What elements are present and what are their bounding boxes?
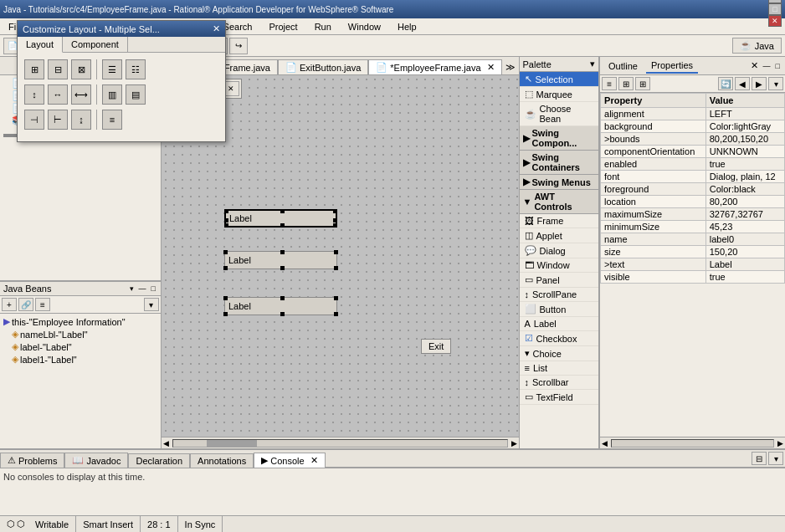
handle-ml[interactable] [224, 218, 228, 223]
property-row[interactable]: >bounds80,200,150,20 [601, 133, 785, 146]
dlg-icon-4[interactable]: ☰ [102, 59, 122, 79]
handle2-tr[interactable] [334, 250, 338, 254]
dialog-tab-layout[interactable]: Layout [18, 37, 63, 53]
palette-item-textfield[interactable]: ▭ TextField [520, 390, 599, 405]
bottom-tab-problems[interactable]: ⚠ Problems [0, 453, 64, 468]
palette-item-scrollbar[interactable]: ↕ Scrollbar [520, 376, 599, 390]
menu-project[interactable]: Project [264, 20, 302, 33]
properties-tab[interactable]: Properties [646, 59, 698, 74]
property-row[interactable]: enabledtrue [601, 158, 785, 171]
h-scrollbar[interactable]: ◀ ▶ [162, 437, 519, 448]
palette-item-panel[interactable]: ▭ Panel [520, 273, 599, 288]
dlg-icon-2[interactable]: ⊟ [48, 59, 68, 79]
tab-close-icon[interactable]: ✕ [310, 455, 318, 466]
handle3-br[interactable] [334, 312, 338, 316]
bottom-tab-console[interactable]: ▶ Console ✕ [254, 453, 325, 468]
palette-section-awt[interactable]: ▼ AWT Controls [520, 190, 599, 214]
beans-link-btn[interactable]: 🔗 [18, 298, 33, 311]
handle-bm[interactable] [280, 223, 285, 228]
bean-item-label1[interactable]: ◈ label1-"Label" [2, 353, 159, 366]
beans-menu-btn[interactable]: ▾ [144, 298, 159, 311]
dlg-icon-7[interactable]: ↔ [48, 84, 68, 105]
right-panel-max-icon[interactable]: □ [774, 62, 782, 70]
prop-filter-btn[interactable]: ≡ [602, 77, 617, 90]
prop-next-btn[interactable]: ▶ [752, 77, 767, 90]
property-row[interactable]: visibletrue [601, 271, 785, 284]
right-scroll-left-icon[interactable]: ◀ [600, 439, 609, 448]
property-row[interactable]: fontDialog, plain, 12 [601, 171, 785, 183]
tb-redo-button[interactable]: ↪ [229, 38, 248, 54]
property-row[interactable]: size150,20 [601, 246, 785, 258]
property-row[interactable]: >textLabel [601, 258, 785, 271]
dialog-title-bar[interactable]: Customize Layout - Multiple Sel... ✕ [18, 21, 225, 37]
bottom-tab-declaration[interactable]: Declaration [128, 453, 190, 468]
right-scroll-track[interactable] [611, 439, 774, 448]
prop-expand-btn[interactable]: ⊞ [635, 77, 650, 90]
editor-tab-exitbutton[interactable]: 📄 ExitButton.java [278, 59, 368, 74]
prop-menu-btn[interactable]: ▾ [768, 77, 783, 90]
right-panel-min-icon[interactable]: — [762, 62, 772, 70]
handle2-bl[interactable] [223, 266, 228, 270]
scroll-left-icon[interactable]: ◀ [162, 439, 171, 448]
dlg-icon-3[interactable]: ⊠ [71, 59, 91, 79]
label-widget-1[interactable]: Label [224, 209, 337, 228]
dlg-icon-9[interactable]: ▥ [102, 84, 122, 105]
palette-item-choose-bean[interactable]: ☕ Choose Bean [520, 102, 599, 126]
console-menu-btn[interactable]: ▾ [768, 452, 783, 465]
dlg-icon-14[interactable]: ≡ [102, 110, 122, 130]
label-widget-2[interactable]: Label [224, 251, 337, 269]
handle3-tr[interactable] [334, 296, 338, 300]
dlg-icon-10[interactable]: ▤ [126, 84, 146, 105]
editor-tab-employeeframe2[interactable]: 📄 *EmployeeFrame.java ✕ [368, 59, 501, 74]
handle3-tl[interactable] [223, 296, 228, 300]
property-row[interactable]: foregroundColor:black [601, 183, 785, 196]
prop-sync-btn[interactable]: 🔄 [718, 77, 733, 90]
beans-filter-btn[interactable]: ≡ [35, 298, 50, 311]
property-row[interactable]: componentOrientationUNKNOWN [601, 146, 785, 158]
handle3-bm[interactable] [280, 312, 285, 316]
right-tab-close-icon[interactable]: ✕ [751, 60, 758, 71]
palette-item-button[interactable]: ⬜ Button [520, 302, 599, 317]
property-row[interactable]: minimumSize45,23 [601, 221, 785, 233]
prop-columns-btn[interactable]: ⊞ [618, 77, 634, 90]
handle-tl[interactable] [224, 209, 228, 213]
palette-item-applet[interactable]: ◫ Applet [520, 228, 599, 243]
handle-mr[interactable] [333, 218, 337, 223]
handle-bl[interactable] [224, 223, 228, 228]
property-row[interactable]: maximumSize32767,32767 [601, 208, 785, 221]
outline-tab[interactable]: Outline [603, 59, 643, 73]
maximize-button[interactable]: □ [768, 3, 782, 15]
handle3-bl[interactable] [223, 312, 228, 316]
handle2-tl[interactable] [223, 250, 228, 254]
menu-help[interactable]: Help [392, 20, 422, 33]
bottom-tab-javadoc[interactable]: 📖 Javadoc [64, 453, 128, 468]
palette-item-selection[interactable]: ↖ Selection [520, 72, 599, 87]
exit-button[interactable]: Exit [421, 339, 451, 354]
handle3-tm[interactable] [280, 296, 285, 300]
palette-menu-icon[interactable]: ▾ [590, 59, 595, 69]
palette-item-checkbox[interactable]: ☑ Checkbox [520, 331, 599, 346]
dlg-icon-13[interactable]: ↨ [71, 110, 91, 130]
palette-item-scrollpane[interactable]: ↕ ScrollPane [520, 288, 599, 302]
menu-window[interactable]: Window [343, 20, 386, 33]
tb-java-button[interactable]: ☕ Java [732, 38, 782, 54]
scroll-right-icon[interactable]: ▶ [510, 439, 519, 448]
prop-prev-btn[interactable]: ◀ [735, 77, 750, 90]
handle-tm[interactable] [280, 209, 285, 213]
right-scrollbar[interactable]: ◀ ▶ [600, 437, 785, 448]
dlg-icon-6[interactable]: ↕ [24, 84, 44, 105]
console-clear-btn[interactable]: ⊟ [752, 452, 767, 465]
palette-section-swing-menus[interactable]: ▶ Swing Menus [520, 175, 599, 190]
java-beans-max-icon[interactable]: □ [150, 284, 157, 293]
palette-section-swing-containers[interactable]: ▶ Swing Containers [520, 151, 599, 175]
editor-tab-list-icon[interactable]: ≫ [502, 60, 519, 74]
handle2-br[interactable] [334, 266, 338, 270]
palette-item-dialog[interactable]: 💬 Dialog [520, 243, 599, 258]
beans-new-btn[interactable]: + [2, 298, 17, 311]
java-beans-menu-icon[interactable]: ▾ [128, 284, 136, 293]
property-row[interactable]: backgroundColor:lightGray [601, 120, 785, 133]
dlg-icon-1[interactable]: ⊞ [24, 59, 44, 79]
handle-br[interactable] [333, 223, 337, 228]
property-row[interactable]: namelabel0 [601, 233, 785, 246]
menu-run[interactable]: Run [310, 20, 336, 33]
